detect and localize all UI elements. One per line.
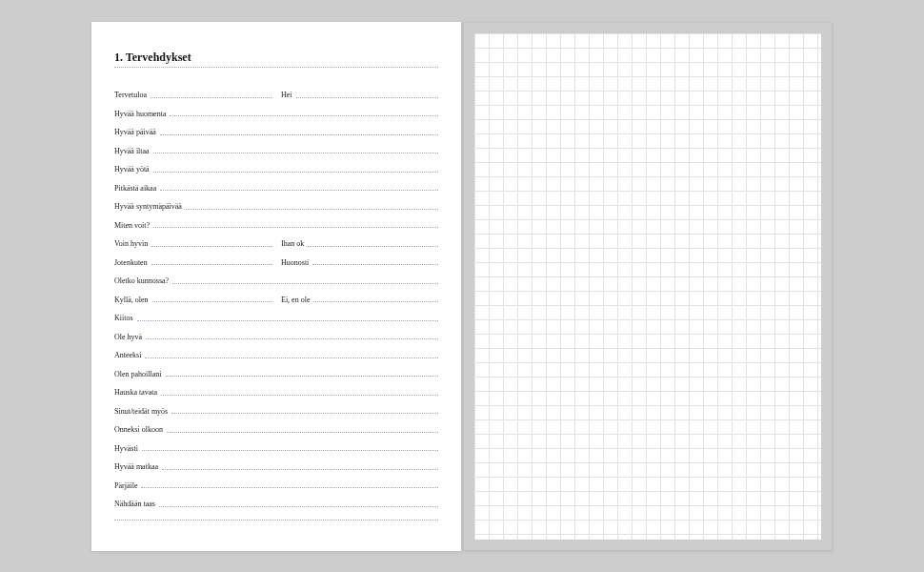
vocab-term: Huonosti: [281, 258, 309, 267]
dotted-line: [308, 246, 438, 247]
dotted-line: [159, 506, 438, 507]
vocab-cell: Miten voit?: [114, 221, 438, 230]
vocab-cell: Hyvää huomenta: [114, 110, 438, 118]
dotted-line: [153, 227, 438, 228]
footer-line: [114, 520, 438, 521]
vocab-term: Pärjäile: [114, 481, 137, 490]
vocab-term: Hyvää päivää: [114, 128, 156, 136]
vocab-term: Kiitos: [114, 314, 133, 322]
vocab-row: Pärjäile: [114, 471, 438, 490]
dotted-line: [153, 172, 438, 173]
dotted-line: [296, 97, 438, 98]
vocab-cell: Ihan ok: [281, 239, 438, 248]
vocab-cell: Onneksi olkoon: [114, 425, 438, 434]
vocab-term: Hyvää matkaa: [114, 462, 158, 471]
vocab-term: Tervetuloa: [114, 91, 147, 99]
vocab-cell: Anteeksi: [114, 351, 438, 359]
vocab-row: Kyllä, olenEi, en ole: [114, 285, 438, 304]
vocab-term: Hauska tavata: [114, 388, 157, 397]
vocab-row: JotenkutenHuonosti: [114, 248, 438, 267]
vocab-term: Olen pahoillani: [114, 370, 162, 378]
vocab-term: Ei, en ole: [281, 296, 310, 304]
vocab-term: Sinut/teidät myös: [114, 407, 168, 416]
vocab-row: Olen pahoillani: [114, 359, 438, 378]
vocab-row: Hyvää iltaa: [114, 136, 438, 155]
vocab-cell: Hei: [281, 91, 438, 99]
vocab-term: Anteeksi: [114, 351, 141, 359]
vocab-cell: Hyvää iltaa: [114, 147, 438, 155]
vocab-term: Hyvää syntymäpäivää: [114, 202, 182, 211]
dotted-line: [137, 320, 438, 321]
vocab-row: Nähdään taas: [114, 490, 438, 509]
vocab-cell: Hyvää syntymäpäivää: [114, 202, 438, 211]
dotted-line: [161, 395, 438, 396]
vocab-row: Anteeksi: [114, 341, 438, 360]
vocab-cell: Hyvää yötä: [114, 165, 438, 174]
vocab-cell: Hyvää matkaa: [114, 462, 438, 471]
vocab-row: Hyvää matkaa: [114, 453, 438, 472]
dotted-line: [152, 301, 271, 302]
vocab-term: Ihan ok: [281, 239, 304, 248]
vocab-row: Kiitos: [114, 304, 438, 323]
vocab-row: Sinut/teidät myös: [114, 397, 438, 416]
dotted-line: [170, 115, 438, 116]
vocabulary-list: TervetuloaHeiHyvää huomentaHyvää päivääH…: [114, 81, 438, 509]
dotted-line: [186, 209, 438, 210]
vocab-cell: Hyvästi: [114, 444, 438, 453]
dotted-line: [153, 153, 438, 153]
vocab-cell: Pärjäile: [114, 481, 438, 490]
vocab-cell: Hauska tavata: [114, 388, 438, 397]
dotted-line: [146, 338, 438, 339]
vocab-term: Hyvää iltaa: [114, 147, 150, 155]
dotted-line: [167, 432, 438, 433]
vocab-row: TervetuloaHei: [114, 81, 438, 100]
right-page-grid: [463, 22, 833, 551]
vocab-row: Hauska tavata: [114, 378, 438, 398]
dotted-line: [160, 190, 438, 191]
section-heading: 1. Tervehdykset: [114, 51, 438, 65]
vocab-row: Oletko kunnossa?: [114, 267, 438, 286]
heading-underline: [114, 67, 438, 68]
vocab-cell: Sinut/teidät myös: [114, 407, 438, 416]
vocab-cell: Kyllä, olen: [114, 296, 271, 304]
vocab-term: Nähdään taas: [114, 500, 155, 508]
vocab-cell: Ole hyvä: [114, 333, 438, 341]
vocab-term: Hyvää yötä: [114, 165, 150, 174]
dotted-line: [171, 413, 438, 414]
dotted-line: [172, 283, 438, 284]
vocab-term: Hyvää huomenta: [114, 110, 166, 118]
dotted-line: [166, 376, 438, 377]
vocab-term: Ole hyvä: [114, 333, 142, 341]
vocab-term: Hyvästi: [114, 444, 138, 453]
vocab-term: Pitkästä aikaa: [114, 184, 156, 193]
vocab-row: Voin hyvinIhan ok: [114, 230, 438, 249]
dotted-line: [151, 246, 271, 247]
vocab-row: Hyvää päivää: [114, 118, 438, 137]
dotted-line: [313, 301, 438, 302]
vocab-cell: Ei, en ole: [281, 296, 438, 304]
vocab-cell: Olen pahoillani: [114, 370, 438, 378]
vocab-row: Hyvää syntymäpäivää: [114, 193, 438, 212]
vocab-term: Hei: [281, 91, 292, 99]
page-spread: 1. Tervehdykset TervetuloaHeiHyvää huome…: [91, 22, 833, 551]
vocab-term: Voin hyvin: [114, 239, 148, 248]
vocab-row: Hyvää yötä: [114, 155, 438, 174]
vocab-cell: Voin hyvin: [114, 239, 271, 248]
dotted-line: [141, 487, 438, 488]
left-page: 1. Tervehdykset TervetuloaHeiHyvää huome…: [91, 22, 461, 551]
vocab-row: Onneksi olkoon: [114, 416, 438, 435]
dotted-line: [162, 469, 438, 470]
dotted-line: [160, 134, 438, 135]
vocab-cell: Jotenkuten: [114, 258, 271, 267]
vocab-cell: Pitkästä aikaa: [114, 184, 438, 193]
vocab-row: Hyvästi: [114, 434, 438, 453]
vocab-cell: Hyvää päivää: [114, 128, 438, 136]
vocab-row: Hyvää huomenta: [114, 99, 438, 118]
vocab-row: Ole hyvä: [114, 322, 438, 341]
vocab-term: Onneksi olkoon: [114, 425, 163, 434]
vocab-row: Miten voit?: [114, 211, 438, 230]
vocab-term: Kyllä, olen: [114, 296, 149, 304]
dotted-line: [151, 97, 271, 98]
dotted-line: [145, 358, 438, 358]
dotted-line: [142, 450, 438, 451]
